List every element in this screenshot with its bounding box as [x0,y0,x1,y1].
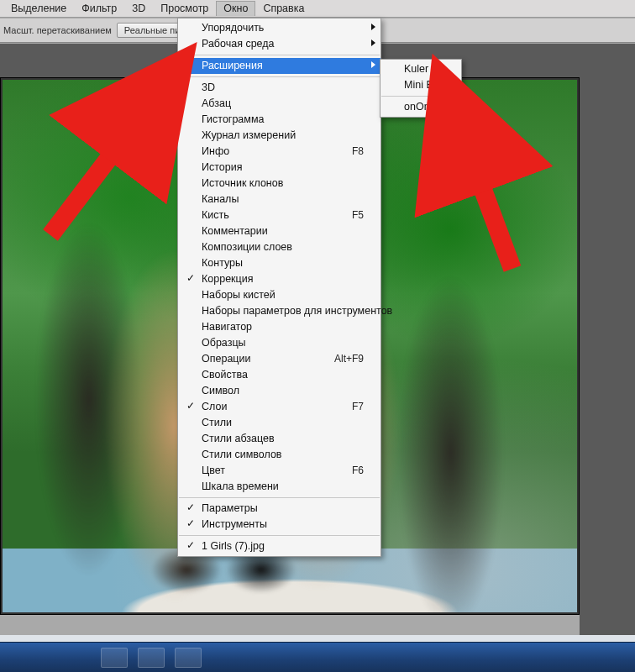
menuitem[interactable]: Образцы [178,335,380,351]
menubar: Выделение Фильтр 3D Просмотр Окно Справк… [0,0,635,18]
menuitem[interactable]: ✓Коррекция [178,271,380,287]
menuitem-label: Композиции слоев [202,239,364,255]
menuitem[interactable]: Стили абзацев [178,431,380,447]
menuitem-label: Источник клонов [202,176,364,192]
menuitem-arrange[interactable]: Упорядочить [178,20,380,36]
scrubby-zoom-label: Масшт. перетаскиванием [3,25,112,35]
menuitem-label: Шкала времени [202,479,364,495]
window-menu-dropdown: Упорядочить Рабочая среда Расширения 3DА… [177,18,381,557]
menuitem[interactable]: Навигатор [178,319,380,335]
menuitem-label: История [202,160,364,176]
menuitem-label: Свойства [202,367,364,383]
menu-separator [179,55,380,55]
menuitem-label: Операции [202,351,309,367]
menuitem-minibridge[interactable]: Mini Bridge [380,77,461,93]
menu-item-window[interactable]: Окно [216,1,255,16]
checkmark-icon: ✓ [186,402,195,410]
menu-item-filter[interactable]: Фильтр [74,1,124,17]
menuitem-shortcut: F6 [327,463,364,479]
menu-separator [179,535,380,536]
menuitem-kuler[interactable]: Kuler [380,61,461,77]
menuitem[interactable]: Наборы параметров для инструментов [178,303,380,319]
menuitem-label: Инфо [202,144,327,160]
menuitem-workspace[interactable]: Рабочая среда [178,36,380,52]
menuitem-label: Наборы параметров для инструментов [202,303,392,319]
menuitem[interactable]: ОперацииAlt+F9 [178,351,380,367]
menuitem-label: Наборы кистей [202,287,364,303]
menuitem[interactable]: Комментарии [178,223,380,239]
menuitem[interactable]: Шкала времени [178,479,380,495]
menuitem-label: Инструменты [202,517,364,533]
menuitem-label: Комментарии [202,223,364,239]
menuitem[interactable]: Композиции слоев [178,239,380,255]
checkmark-icon: ✓ [186,519,195,528]
menuitem[interactable]: Стили [178,415,380,431]
menuitem-label: 3D [202,80,364,96]
taskbar[interactable] [0,642,635,672]
submenu-arrow-icon [371,24,375,30]
taskbar-app-icon[interactable] [175,648,202,668]
menuitem[interactable]: ✓Параметры [178,501,380,517]
menu-separator [179,76,380,77]
right-panel-area [580,44,635,635]
menuitem[interactable]: Гистограмма [178,112,380,128]
taskbar-app-icon[interactable] [138,648,165,668]
menuitem-extensions[interactable]: Расширения [178,58,380,74]
extensions-submenu: Kuler Mini Bridge onOne [380,59,462,118]
menuitem[interactable]: 3D [178,80,380,96]
menuitem[interactable]: ✓СлоиF7 [178,399,380,415]
menuitem-label: Стили символов [202,447,364,463]
menu-separator [179,497,380,498]
menuitem-label: Символ [202,383,364,399]
menuitem-label: Каналы [202,192,364,207]
menuitem-shortcut: F7 [327,399,364,415]
menu-item-3d[interactable]: 3D [124,1,153,17]
menuitem[interactable]: ИнфоF8 [178,144,380,160]
checkmark-icon: ✓ [186,274,195,282]
menuitem-onone[interactable]: onOne [380,99,461,115]
menuitem-label: Цвет [202,463,327,479]
menu-item-help[interactable]: Справка [255,1,312,17]
menuitem[interactable]: Контуры [178,255,380,271]
menuitem[interactable]: Символ [178,383,380,399]
menuitem-shortcut: F8 [327,144,364,160]
menuitem-label: Кисть [202,207,327,223]
menu-separator [381,96,460,97]
menuitem[interactable]: Каналы [178,192,380,207]
menuitem[interactable]: Абзац [178,96,380,112]
menu-item-selection[interactable]: Выделение [3,1,74,17]
menuitem[interactable]: ✓1 Girls (7).jpg [178,538,380,554]
menuitem[interactable]: КистьF5 [178,207,380,223]
menuitem-label: Параметры [202,501,364,517]
menuitem-shortcut: F5 [327,207,364,223]
menuitem-label: Образцы [202,335,364,351]
menuitem-shortcut: Alt+F9 [309,351,364,367]
taskbar-app-icon[interactable] [101,648,128,668]
menuitem-label: Контуры [202,255,364,271]
menuitem[interactable]: Журнал измерений [178,128,380,144]
checkmark-icon: ✓ [186,541,195,549]
submenu-arrow-icon [371,39,375,46]
menuitem-label: Стили [202,415,364,431]
checkmark-icon: ✓ [186,503,195,512]
menuitem[interactable]: Свойства [178,367,380,383]
menuitem-label: Коррекция [202,271,364,287]
menuitem-label: 1 Girls (7).jpg [202,538,364,554]
menu-item-view[interactable]: Просмотр [153,1,216,17]
menuitem-label: Навигатор [202,319,364,335]
menuitem-label: Журнал измерений [202,128,364,144]
menuitem[interactable]: ЦветF6 [178,463,380,479]
menuitem-label: Абзац [202,96,364,112]
menuitem-label: Слои [202,399,327,415]
window-gap [0,635,635,642]
menuitem[interactable]: Наборы кистей [178,287,380,303]
menuitem-label: Гистограмма [202,112,364,128]
menuitem[interactable]: Источник клонов [178,176,380,192]
menuitem[interactable]: ✓Инструменты [178,517,380,533]
menuitem[interactable]: Стили символов [178,447,380,463]
menuitem[interactable]: История [178,160,380,176]
menuitem-label: Стили абзацев [202,431,364,447]
submenu-arrow-icon [371,61,375,68]
